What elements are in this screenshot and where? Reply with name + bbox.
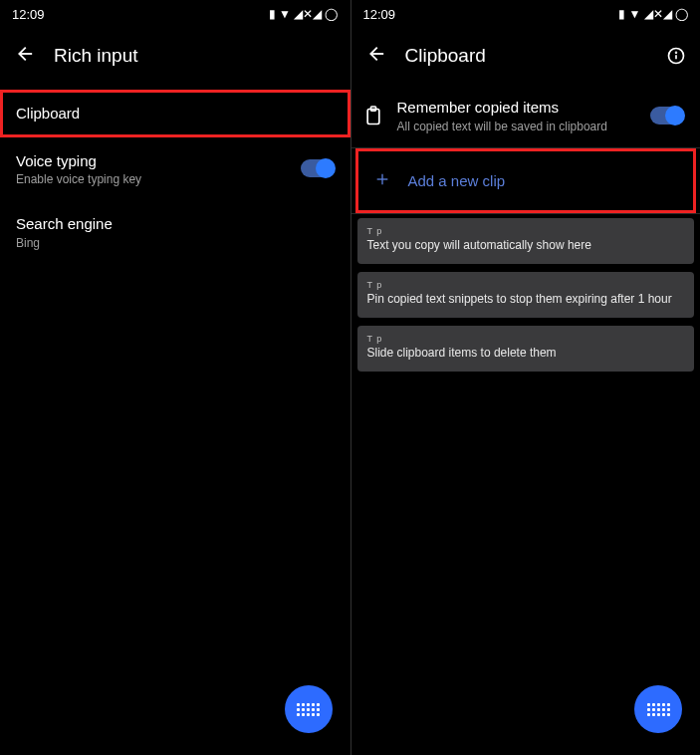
- screen-rich-input: 12:09 ▮ ▼ ◢✕◢ ◯ Rich input Clipboard Voi…: [0, 0, 350, 755]
- svg-point-4: [676, 52, 677, 53]
- plus-icon: [374, 171, 390, 190]
- tip-item[interactable]: T p Slide clipboard items to delete them: [357, 326, 695, 372]
- page-title: Rich input: [54, 45, 339, 67]
- remember-sub: All copied text will be saved in clipboa…: [397, 120, 637, 133]
- status-bar: 12:09 ▮ ▼ ◢✕◢ ◯: [351, 0, 701, 28]
- status-bar: 12:09 ▮ ▼ ◢✕◢ ◯: [0, 0, 350, 28]
- keyboard-fab[interactable]: [634, 685, 682, 733]
- status-icons: ▮ ▼ ◢✕◢ ◯: [269, 7, 339, 21]
- item-voice-typing[interactable]: Voice typing Enable voice typing key: [0, 137, 350, 201]
- screen-clipboard: 12:09 ▮ ▼ ◢✕◢ ◯ Clipboard Remember copie…: [350, 0, 701, 755]
- tip-msg: Slide clipboard items to delete them: [367, 346, 685, 360]
- status-icons: ▮ ▼ ◢✕◢ ◯: [618, 7, 688, 21]
- tip-tag: T p: [367, 226, 685, 236]
- add-new-clip-button[interactable]: Add a new clip: [358, 151, 694, 210]
- item-voice-sub: Enable voice typing key: [16, 172, 287, 186]
- tip-item[interactable]: T p Text you copy will automatically sho…: [357, 218, 695, 264]
- item-clipboard-label: Clipboard: [16, 104, 335, 124]
- tip-msg: Text you copy will automatically show he…: [367, 238, 685, 252]
- keyboard-icon: [647, 702, 669, 716]
- app-bar: Clipboard: [351, 28, 701, 84]
- item-search-engine[interactable]: Search engine Bing: [0, 200, 350, 264]
- keyboard-icon: [298, 702, 320, 716]
- item-clipboard[interactable]: Clipboard: [0, 90, 350, 137]
- page-title: Clipboard: [405, 45, 645, 67]
- clipboard-icon: [363, 105, 383, 126]
- tips-list: T p Text you copy will automatically sho…: [351, 214, 701, 376]
- info-icon[interactable]: [664, 44, 688, 68]
- highlight-add-clip: Add a new clip: [355, 148, 697, 213]
- status-time: 12:09: [363, 7, 396, 22]
- back-icon[interactable]: [12, 43, 34, 69]
- remember-label: Remember copied items: [397, 98, 637, 118]
- add-clip-label: Add a new clip: [408, 172, 506, 189]
- item-voice-label: Voice typing: [16, 151, 287, 171]
- tip-tag: T p: [367, 334, 685, 344]
- status-time: 12:09: [12, 7, 45, 22]
- app-bar: Rich input: [0, 28, 350, 84]
- item-search-label: Search engine: [16, 214, 335, 234]
- tip-tag: T p: [367, 280, 685, 290]
- back-icon[interactable]: [363, 43, 385, 69]
- voice-typing-toggle[interactable]: [301, 159, 335, 177]
- settings-list: Clipboard Voice typing Enable voice typi…: [0, 84, 350, 755]
- item-remember-copied[interactable]: Remember copied items All copied text wi…: [351, 84, 701, 147]
- remember-toggle[interactable]: [650, 107, 684, 125]
- item-search-sub: Bing: [16, 236, 335, 250]
- keyboard-fab[interactable]: [285, 685, 333, 733]
- tip-msg: Pin copied text snippets to stop them ex…: [367, 292, 685, 306]
- tip-item[interactable]: T p Pin copied text snippets to stop the…: [357, 272, 695, 318]
